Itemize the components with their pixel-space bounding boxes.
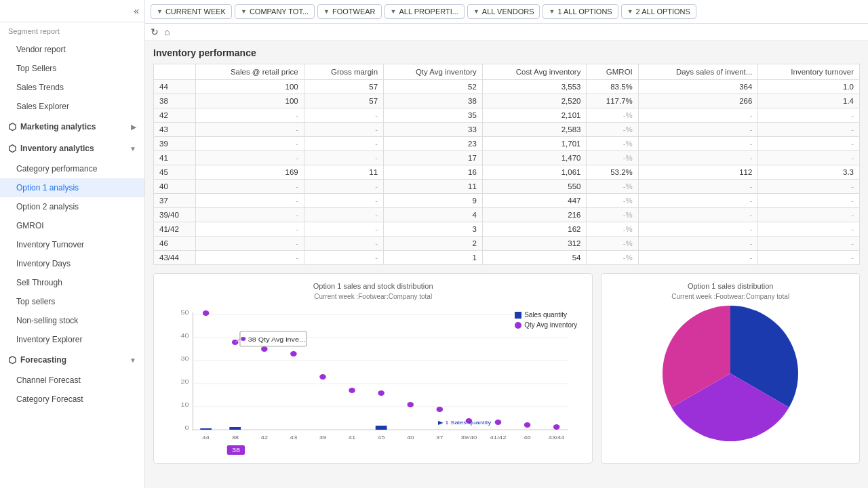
- row-cell: -%: [587, 251, 638, 265]
- home-icon[interactable]: ⌂: [164, 26, 170, 37]
- row-label: 44: [154, 80, 196, 94]
- svg-text:40: 40: [407, 434, 414, 441]
- row-label: 45: [154, 165, 196, 180]
- row-cell: -: [758, 123, 860, 137]
- table-row: 46--2312-%--: [154, 237, 860, 251]
- table-row: 3810057382,520117.7%2661.4: [154, 94, 860, 108]
- row-cell: -%: [587, 180, 638, 194]
- row-cell: 3: [384, 222, 483, 237]
- sidebar-item-gmroi[interactable]: GMROI: [0, 216, 144, 235]
- sidebar-item-inventory-explorer[interactable]: Inventory Explorer: [0, 330, 144, 349]
- refresh-icon[interactable]: ↻: [151, 26, 159, 37]
- svg-text:50: 50: [181, 309, 189, 316]
- row-cell: 9: [384, 194, 483, 208]
- row-cell: 1,470: [482, 151, 587, 165]
- row-cell: -%: [587, 151, 638, 165]
- filter-company[interactable]: ▼ COMPANY TOT...: [235, 4, 315, 19]
- row-label: 43: [154, 123, 196, 137]
- filter-properties[interactable]: ▼ ALL PROPERTI...: [384, 4, 465, 19]
- forecasting-label: Forecasting: [20, 355, 66, 365]
- filter-week[interactable]: ▼ CURRENT WEEK: [151, 4, 232, 19]
- filter-bar: ▼ CURRENT WEEK ▼ COMPANY TOT... ▼ FOOTWE…: [145, 0, 868, 24]
- row-cell: -: [758, 222, 860, 237]
- row-cell: -: [304, 251, 383, 265]
- marketing-icon: ⬡: [8, 121, 16, 132]
- sidebar-item-sales-explorer[interactable]: Sales Explorer: [0, 97, 144, 116]
- sidebar-section-forecasting[interactable]: ⬡ Forecasting ▼: [0, 349, 144, 371]
- row-cell: -: [758, 180, 860, 194]
- filter-vendors[interactable]: ▼ ALL VENDORS: [467, 4, 540, 19]
- row-cell: -%: [587, 222, 638, 237]
- row-cell: -: [638, 208, 758, 222]
- sidebar-item-option1-analysis[interactable]: Option 1 analysis: [0, 178, 144, 197]
- legend-sales-icon: [515, 312, 521, 319]
- sidebar-item-segment-report[interactable]: Segment report: [0, 22, 144, 40]
- row-cell: 1.0: [758, 80, 860, 94]
- row-cell: 2: [384, 237, 483, 251]
- collapse-icon[interactable]: «: [134, 5, 139, 16]
- row-cell: -: [758, 151, 860, 165]
- svg-text:39/40: 39/40: [460, 434, 477, 441]
- row-cell: -%: [587, 123, 638, 137]
- table-row: 4410057523,55383.5%3641.0: [154, 80, 860, 94]
- sidebar-item-option2-analysis[interactable]: Option 2 analysis: [0, 197, 144, 216]
- svg-point-31: [261, 346, 268, 352]
- filter-footwear[interactable]: ▼ FOOTWEAR: [317, 4, 381, 19]
- sidebar-section-inventory[interactable]: ⬡ Inventory analytics ▼: [0, 138, 144, 159]
- sidebar-item-category-forecast[interactable]: Category Forecast: [0, 390, 144, 409]
- row-cell: 2,101: [482, 108, 587, 123]
- scatter-chart-box: Option 1 sales and stock distribution Cu…: [153, 273, 593, 464]
- week-label: CURRENT WEEK: [165, 7, 226, 16]
- row-cell: 4: [384, 208, 483, 222]
- sidebar-item-top-sellers-sales[interactable]: Top Sellers: [0, 59, 144, 78]
- row-cell: 100: [196, 94, 304, 108]
- options1-label: 1 ALL OPTIONS: [557, 7, 612, 16]
- row-cell: -: [304, 208, 383, 222]
- sidebar-item-inventory-days[interactable]: Inventory Days: [0, 254, 144, 273]
- legend-sales-label: Sales quantity: [524, 311, 567, 319]
- sidebar-item-non-selling-stock[interactable]: Non-selling stock: [0, 311, 144, 330]
- sidebar-item-sales-trends[interactable]: Sales Trends: [0, 78, 144, 97]
- svg-point-32: [290, 351, 297, 357]
- row-cell: -: [758, 208, 860, 222]
- col-header-days: Days sales of invent...: [638, 64, 758, 80]
- sidebar-item-channel-forecast[interactable]: Channel Forecast: [0, 371, 144, 390]
- sidebar-section-marketing[interactable]: ⬡ Marketing analytics ▶: [0, 116, 144, 138]
- table-row: 41--171,470-%--: [154, 151, 860, 165]
- filter-options2[interactable]: ▼ 2 ALL OPTIONS: [621, 4, 696, 19]
- content-area: Inventory performance Sales @ retail pri…: [145, 41, 868, 488]
- row-cell: -: [196, 137, 304, 151]
- table-row: 40--11550-%--: [154, 180, 860, 194]
- row-cell: -: [196, 251, 304, 265]
- row-cell: 83.5%: [587, 80, 638, 94]
- row-cell: -: [758, 251, 860, 265]
- chart1-legend: Sales quantity Qty Avg inventory: [515, 311, 577, 329]
- row-cell: 2,520: [482, 94, 587, 108]
- row-cell: 266: [638, 94, 758, 108]
- sidebar: « Segment report Vendor report Top Selle…: [0, 0, 145, 488]
- row-cell: 17: [384, 151, 483, 165]
- row-cell: -: [638, 123, 758, 137]
- options2-label: 2 ALL OPTIONS: [636, 7, 690, 16]
- footwear-label: FOOTWEAR: [332, 7, 376, 16]
- row-cell: -: [638, 151, 758, 165]
- col-header-qty: Qty Avg inventory: [384, 64, 483, 80]
- row-cell: 53.2%: [587, 165, 638, 180]
- filter-options1[interactable]: ▼ 1 ALL OPTIONS: [542, 4, 618, 19]
- svg-text:20: 20: [181, 378, 189, 385]
- table-row: 37--9447-%--: [154, 194, 860, 208]
- sidebar-item-category-performance[interactable]: Category performance: [0, 159, 144, 178]
- page-title: Inventory performance: [153, 47, 860, 58]
- row-label: 39: [154, 137, 196, 151]
- sidebar-item-top-sellers[interactable]: Top sellers: [0, 292, 144, 311]
- svg-text:46: 46: [524, 434, 531, 441]
- row-cell: -: [758, 194, 860, 208]
- sidebar-item-vendor-report[interactable]: Vendor report: [0, 40, 144, 59]
- sidebar-item-sell-through[interactable]: Sell Through: [0, 273, 144, 292]
- sidebar-item-inventory-turnover[interactable]: Inventory Turnover: [0, 235, 144, 254]
- row-cell: 162: [482, 222, 587, 237]
- inventory-table: Sales @ retail price Gross margin Qty Av…: [153, 64, 860, 265]
- row-cell: 11: [304, 165, 383, 180]
- row-cell: -: [638, 222, 758, 237]
- svg-text:40: 40: [181, 332, 189, 339]
